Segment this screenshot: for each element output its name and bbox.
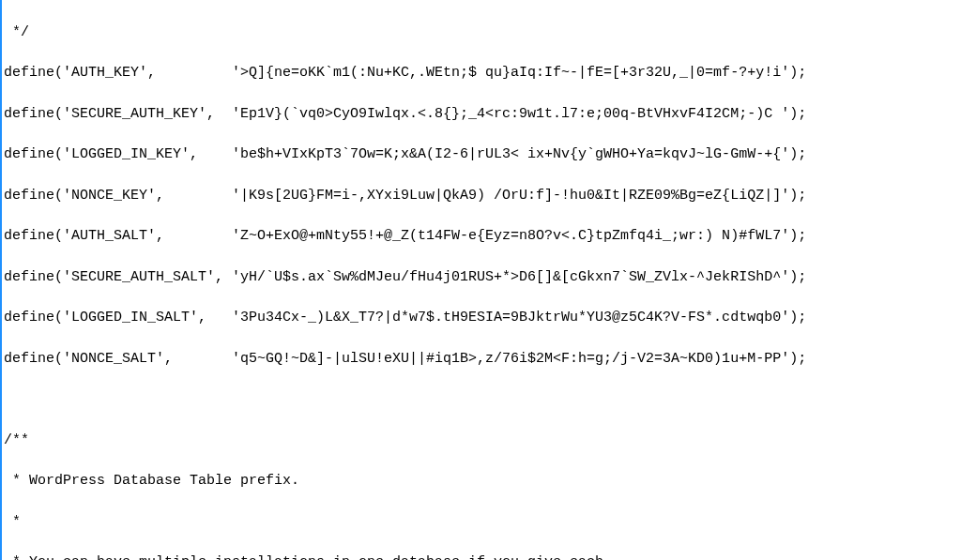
code-line: define('AUTH_KEY', '>Q]{ne=oKK`m1(:Nu+KC… <box>4 63 961 83</box>
code-line: define('NONCE_SALT', 'q5~GQ!~D&]-|ulSU!e… <box>4 349 961 370</box>
code-block: */ define('AUTH_KEY', '>Q]{ne=oKK`m1(:Nu… <box>4 2 961 560</box>
code-line: define('LOGGED_IN_KEY', 'be$h+VIxKpT3`7O… <box>4 144 961 165</box>
code-line: define('NONCE_KEY', '|K9s[2UG}FM=i-,XYxi… <box>4 186 961 206</box>
code-line: * WordPress Database Table prefix. <box>4 471 961 492</box>
code-line: * You can have multiple installations in… <box>4 552 961 560</box>
code-line: define('AUTH_SALT', 'Z~O+ExO@+mNty55!+@_… <box>4 226 961 247</box>
code-line: * <box>4 512 961 533</box>
code-line: define('SECURE_AUTH_KEY', 'Ep1V}(`vq0>Cy… <box>4 104 961 125</box>
code-line: define('SECURE_AUTH_SALT', 'yH/`U$s.ax`S… <box>4 267 961 288</box>
code-line: /** <box>4 431 961 451</box>
code-line <box>4 389 961 410</box>
code-line: define('LOGGED_IN_SALT', '3Pu34Cx-_)L&X_… <box>4 308 961 328</box>
code-line: */ <box>4 23 961 43</box>
